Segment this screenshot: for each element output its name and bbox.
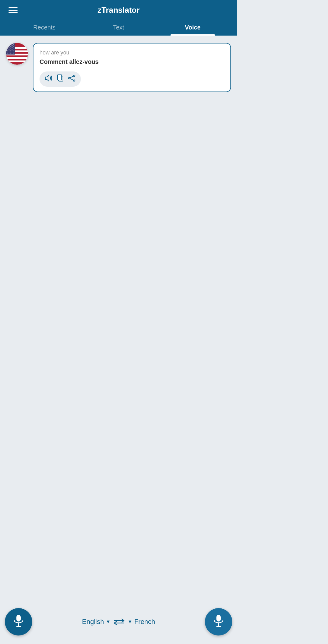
svg-point-43 <box>9 50 10 50</box>
share-icon <box>68 75 75 83</box>
target-language-label: French <box>134 618 155 626</box>
svg-point-56 <box>12 52 13 52</box>
svg-point-15 <box>9 44 9 45</box>
source-language-flag <box>6 43 28 65</box>
svg-point-23 <box>12 46 13 46</box>
target-mic-icon <box>213 615 224 629</box>
svg-point-24 <box>14 46 14 46</box>
translation-card: how are you Comment allez-vous <box>33 43 231 92</box>
source-language-selector[interactable]: English ▼ <box>82 618 111 626</box>
tab-voice[interactable]: Voice <box>156 20 230 36</box>
svg-point-32 <box>9 47 10 48</box>
svg-rect-75 <box>216 615 221 621</box>
svg-point-39 <box>12 49 12 49</box>
svg-point-31 <box>8 47 9 48</box>
svg-point-28 <box>12 47 12 47</box>
svg-point-37 <box>9 49 9 49</box>
tab-text[interactable]: Text <box>81 20 156 36</box>
source-mic-button[interactable] <box>5 608 32 635</box>
svg-point-33 <box>11 47 12 48</box>
source-language-label: English <box>82 618 104 626</box>
svg-point-55 <box>11 52 12 52</box>
tab-recents[interactable]: Recents <box>7 20 81 36</box>
swap-languages-button[interactable] <box>114 618 125 625</box>
svg-point-38 <box>10 49 11 49</box>
speaker-icon <box>45 75 53 83</box>
hamburger-menu-button[interactable] <box>7 6 19 14</box>
app-title: zTranslator <box>98 5 140 15</box>
svg-point-53 <box>8 52 9 52</box>
hamburger-line-1 <box>9 7 18 8</box>
svg-point-65 <box>74 75 75 77</box>
hamburger-line-3 <box>9 12 18 13</box>
svg-point-27 <box>10 47 11 47</box>
target-language-chevron-icon: ▼ <box>128 619 133 625</box>
svg-rect-4 <box>6 57 28 59</box>
svg-line-68 <box>70 76 74 78</box>
original-text: how are you <box>40 50 224 56</box>
target-mic-button[interactable] <box>205 608 232 635</box>
source-language-chevron-icon: ▼ <box>106 619 111 625</box>
svg-point-18 <box>13 44 14 45</box>
svg-line-69 <box>70 78 74 80</box>
svg-point-41 <box>6 50 7 50</box>
main-content: how are you Comment allez-vous <box>0 36 237 602</box>
language-selector-bar: English ▼ ▼ French <box>35 618 202 626</box>
svg-point-59 <box>9 53 9 53</box>
svg-point-61 <box>12 53 12 53</box>
svg-point-52 <box>6 52 7 52</box>
svg-point-30 <box>6 47 7 48</box>
svg-point-9 <box>8 43 9 44</box>
svg-rect-5 <box>6 61 28 62</box>
svg-point-46 <box>14 50 14 50</box>
svg-point-49 <box>10 51 11 51</box>
svg-point-16 <box>10 44 11 45</box>
svg-point-58 <box>7 53 8 53</box>
svg-point-11 <box>11 43 12 44</box>
translated-text: Comment allez-vous <box>40 58 224 65</box>
svg-point-26 <box>9 47 9 47</box>
action-row <box>40 71 224 87</box>
svg-point-57 <box>14 52 14 52</box>
svg-point-22 <box>11 46 12 46</box>
svg-point-21 <box>9 46 10 46</box>
svg-point-20 <box>8 46 9 46</box>
svg-point-60 <box>10 53 11 53</box>
svg-point-42 <box>8 50 9 50</box>
svg-point-29 <box>13 47 14 47</box>
translation-entry: how are you Comment allez-vous <box>6 43 231 92</box>
svg-point-54 <box>9 52 10 52</box>
speak-button[interactable] <box>40 71 81 87</box>
svg-point-25 <box>7 47 8 47</box>
svg-point-35 <box>14 47 14 48</box>
bottom-bar: English ▼ ▼ French <box>0 602 237 644</box>
svg-point-47 <box>7 51 8 51</box>
svg-point-66 <box>74 80 75 81</box>
svg-point-12 <box>12 43 13 44</box>
content-spacer <box>6 98 231 595</box>
svg-point-51 <box>13 51 14 51</box>
header: zTranslator Recents Text Voice <box>0 0 237 36</box>
hamburger-line-2 <box>9 10 18 11</box>
svg-point-67 <box>69 78 70 79</box>
copy-icon <box>57 74 64 84</box>
source-mic-icon <box>13 615 24 629</box>
svg-point-14 <box>7 44 8 45</box>
svg-point-13 <box>14 43 14 44</box>
header-top: zTranslator <box>7 5 230 20</box>
svg-point-45 <box>12 50 13 50</box>
svg-point-17 <box>12 44 12 45</box>
svg-point-19 <box>6 46 7 46</box>
tab-bar: Recents Text Voice <box>7 20 230 36</box>
svg-point-48 <box>9 51 9 51</box>
svg-point-34 <box>12 47 13 48</box>
svg-rect-64 <box>57 75 62 80</box>
target-language-selector[interactable]: ▼ French <box>128 618 155 626</box>
svg-point-40 <box>13 49 14 49</box>
svg-rect-70 <box>16 615 21 621</box>
svg-point-44 <box>11 50 12 50</box>
svg-point-62 <box>13 53 14 53</box>
svg-point-50 <box>12 51 12 51</box>
svg-point-10 <box>9 43 10 44</box>
svg-point-8 <box>6 43 7 44</box>
